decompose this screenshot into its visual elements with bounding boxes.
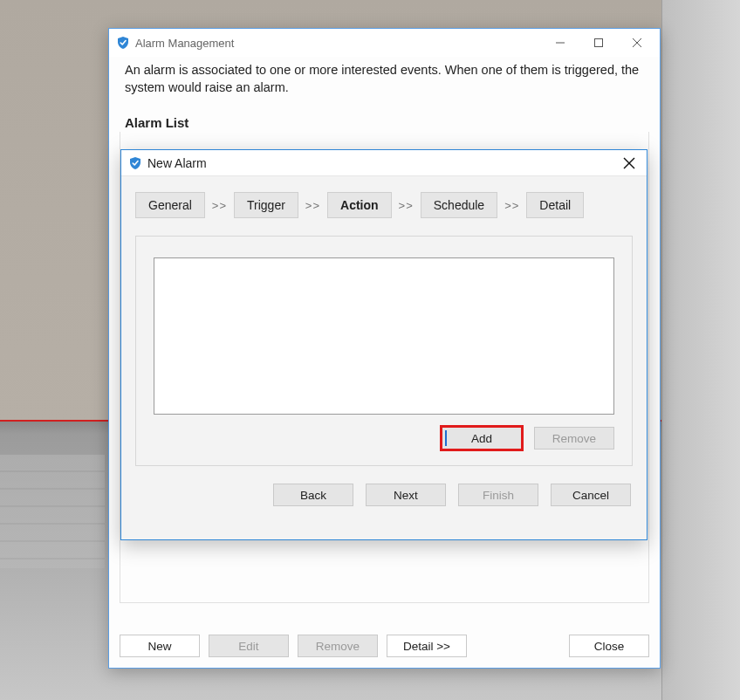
alarm-management-bottom-bar: New Edit Remove Detail >> Close [109, 624, 660, 668]
step-action[interactable]: Action [327, 192, 392, 218]
alarm-list-label: Alarm List [109, 103, 660, 132]
new-alarm-titlebar: New Alarm [121, 150, 647, 176]
remove-action-button: Remove [534, 427, 614, 450]
wizard-nav-buttons: Back Next Finish Cancel [121, 466, 647, 520]
minimize-button[interactable] [541, 30, 579, 56]
maximize-button[interactable] [579, 30, 618, 56]
cancel-button[interactable]: Cancel [551, 484, 631, 506]
step-trigger[interactable]: Trigger [234, 192, 298, 218]
new-alarm-title: New Alarm [147, 156, 207, 170]
wizard-steps: General >> Trigger >> Action >> Schedule… [121, 176, 647, 230]
alarm-management-description: An alarm is associated to one or more in… [109, 57, 660, 103]
add-action-button[interactable]: Add [442, 427, 522, 450]
step-sep-icon: >> [305, 199, 320, 212]
action-listbox[interactable] [154, 257, 614, 415]
step-schedule[interactable]: Schedule [421, 192, 497, 218]
background-wall [661, 0, 740, 700]
step-sep-icon: >> [504, 199, 519, 212]
new-alarm-dialog: New Alarm General >> Trigger >> Action >… [120, 149, 648, 540]
dialog-close-button[interactable] [617, 152, 641, 175]
step-general[interactable]: General [135, 192, 205, 218]
close-button[interactable] [618, 30, 656, 56]
back-button[interactable]: Back [273, 484, 353, 506]
new-button[interactable]: New [120, 635, 200, 657]
window-controls [541, 30, 656, 56]
app-shield-icon [116, 36, 130, 50]
remove-button: Remove [298, 635, 378, 657]
action-panel: Add Remove [135, 236, 633, 466]
detail-button[interactable]: Detail >> [387, 635, 467, 657]
finish-button: Finish [458, 484, 538, 506]
alarm-management-titlebar: Alarm Management [109, 29, 660, 57]
action-list-buttons: Add Remove [154, 427, 614, 450]
alarm-management-title: Alarm Management [135, 37, 234, 50]
step-detail[interactable]: Detail [526, 192, 584, 218]
next-button[interactable]: Next [366, 484, 446, 506]
dialog-shield-icon [128, 156, 142, 170]
step-sep-icon: >> [212, 199, 227, 212]
edit-button: Edit [209, 635, 289, 657]
svg-rect-1 [595, 39, 603, 47]
close-button-main[interactable]: Close [569, 635, 649, 657]
step-sep-icon: >> [399, 199, 414, 212]
